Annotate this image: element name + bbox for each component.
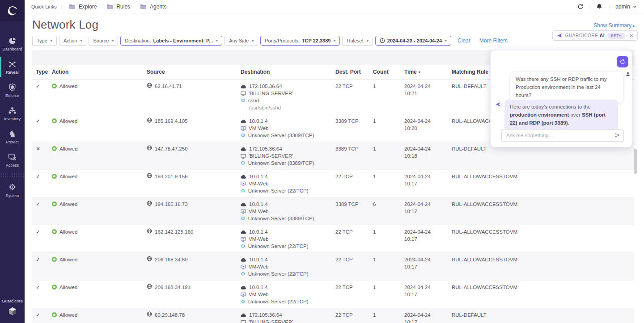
time-date: 2024-04-24 xyxy=(404,201,431,208)
filter-bar: Type▾Action▾Source▾Destination:Labels - … xyxy=(32,36,508,46)
destination-line: 10.0.1.4 xyxy=(241,284,268,291)
dest-port: 3389 TCP xyxy=(335,201,359,208)
more-filters-link[interactable]: More Filters xyxy=(479,38,508,44)
monitor-icon xyxy=(241,154,246,159)
destination-text: Unknown Server (22/TCP) xyxy=(248,187,309,194)
action-label: Allowed xyxy=(59,256,77,263)
cell-source: 162.142.125.160 xyxy=(143,228,237,250)
rule-name: RUL-ALLOWACCESSTOVM xyxy=(452,173,517,180)
filter-label: Type xyxy=(37,38,47,43)
vertical-scrollbar[interactable] xyxy=(634,149,637,174)
log-row[interactable]: ✓Allowed206.168.34.6910.0.1.4VM-Web⚙Unkn… xyxy=(32,253,634,281)
topbar-right: | | admin xyxy=(577,4,644,10)
user-menu[interactable]: admin xyxy=(615,4,637,10)
cell-matching-rule: RUL-ALLOWACCESSTOVM xyxy=(448,284,634,305)
cell-action: Allowed xyxy=(48,228,143,250)
destination-text: 10.0.1.4 xyxy=(249,201,268,208)
count: 1 xyxy=(373,284,376,291)
sidebar-item-access[interactable]: Access xyxy=(0,148,25,172)
cell-destination: 172.105.36.64'BILLING-SERVER'⚙sshd/usr/s… xyxy=(237,83,332,111)
column-header-type[interactable]: Type xyxy=(32,69,48,75)
log-row[interactable]: ✓Allowed194.165.16.7310.0.1.4VM-Web⚙Unkn… xyxy=(32,197,634,225)
column-header-destination[interactable]: Destination xyxy=(237,69,332,75)
filter-chip-ruleset[interactable]: Ruleset▾ xyxy=(342,36,373,46)
sidebar-item-inventory[interactable]: Inventory xyxy=(0,102,25,125)
cell-type: ✓ xyxy=(32,83,48,111)
cell-time: 2024-04-2410:17 xyxy=(401,201,448,222)
filter-chip-type[interactable]: Type▾ xyxy=(32,36,57,46)
show-summary-link[interactable]: Show Summary▸ xyxy=(593,22,635,29)
column-header-time[interactable]: Time▾ xyxy=(401,69,448,75)
count: 1 xyxy=(373,256,376,263)
send-icon[interactable] xyxy=(614,132,620,138)
divider: | xyxy=(608,4,610,9)
globe-icon xyxy=(147,311,152,317)
time-date: 2024-04-24 xyxy=(404,284,431,291)
sidebar-item-label: Protect xyxy=(6,140,19,144)
cell-time: 2024-04-2410:17 xyxy=(401,228,448,250)
vm-icon xyxy=(241,126,246,131)
guardicore-ai-header[interactable]: GUARDICORE AI BETA ✕ xyxy=(552,30,638,41)
chevron-down-icon: ▾ xyxy=(367,39,369,43)
sidebar-item-enforce[interactable]: Enforce xyxy=(0,79,25,102)
cell-dest-port: 22 TCP xyxy=(332,83,369,111)
sidebar-item-dashboard[interactable]: Dashboard xyxy=(0,32,25,55)
filter-chip-any-side[interactable]: Any Side▾ xyxy=(225,36,258,46)
restart-icon xyxy=(619,59,626,65)
destination-line: 'BILLING-SERVER' xyxy=(241,90,293,97)
column-header-source[interactable]: Source xyxy=(143,69,237,75)
filter-chip-source[interactable]: Source▾ xyxy=(89,36,118,46)
sidebar-item-label: System xyxy=(5,193,19,198)
nav-explore[interactable]: Explore xyxy=(69,4,97,10)
filter-chip-date-range[interactable]: 2024-04-23 - 2024-04-24▾ xyxy=(375,36,451,46)
destination-line: 10.0.1.4 xyxy=(241,117,268,125)
refresh-button[interactable] xyxy=(577,4,584,10)
column-header-dest-port[interactable]: Dest. Port xyxy=(332,69,369,75)
column-label: Count xyxy=(373,69,389,75)
check-icon: ✓ xyxy=(36,201,40,208)
close-icon[interactable]: ✕ xyxy=(630,33,633,38)
cell-destination: 10.0.1.4VM-Web⚙Unknown Server (3389/TCP) xyxy=(237,201,332,222)
restart-chat-button[interactable] xyxy=(617,56,628,67)
destination-line: 'BILLING-SERVER' xyxy=(241,152,293,159)
time-date: 2024-04-24 xyxy=(404,145,431,152)
ai-chat-input[interactable] xyxy=(501,129,624,142)
cell-time: 2024-04-2410:17 xyxy=(401,173,448,194)
destination-line: 172.105.36.64 xyxy=(241,311,282,319)
nav-rules[interactable]: Rules xyxy=(106,4,130,10)
sidebar-item-reveal[interactable]: Reveal xyxy=(0,55,25,79)
filter-chip-ports-protocols[interactable]: Ports/Protocols:TCP 22,3389▾ xyxy=(260,36,340,46)
cloud-icon xyxy=(241,313,246,317)
quick-links-menu[interactable]: Quick Links xyxy=(31,4,57,9)
filter-chip-action[interactable]: Action▾ xyxy=(59,36,87,46)
cell-dest-port: 3389 TCP xyxy=(332,145,369,167)
dest-port: 22 TCP xyxy=(335,256,353,263)
column-header-action[interactable]: Action xyxy=(48,69,143,75)
cloud-icon xyxy=(241,202,246,206)
filter-chip-destination[interactable]: Destination:Labels - Environment: P...▾ xyxy=(120,36,222,46)
destination-line: ⚙Unknown Server (22/TCP) xyxy=(241,187,309,194)
column-label: Type xyxy=(36,69,48,75)
log-row[interactable]: ✓Allowed193.201.9.15610.0.1.4VM-Web⚙Unkn… xyxy=(32,170,634,197)
nav-agents[interactable]: Agents xyxy=(140,4,166,10)
globe-icon xyxy=(147,256,152,261)
time-date: 2024-04-24 xyxy=(404,228,431,235)
log-row[interactable]: ✓Allowed60.29.148.78172.105.36.64'BILLIN… xyxy=(32,308,634,323)
cell-type: ✓ xyxy=(32,117,48,139)
notifications-button[interactable] xyxy=(596,4,602,10)
column-label: Time xyxy=(404,69,417,75)
log-row[interactable]: ✓Allowed206.168.34.19110.0.1.4VM-Web⚙Unk… xyxy=(32,281,634,308)
time-clock: 10:17 xyxy=(404,235,417,243)
chevron-down-icon: ▾ xyxy=(252,39,254,43)
akamai-logo[interactable] xyxy=(0,0,25,21)
clear-filters-link[interactable]: Clear xyxy=(458,38,470,44)
cell-time: 2024-04-2410:17 xyxy=(401,256,448,277)
sidebar-item-system[interactable]: ⚙System xyxy=(0,179,25,202)
vm-icon xyxy=(241,209,246,214)
cell-dest-port: 22 TCP xyxy=(332,284,369,305)
sidebar-item-protect[interactable]: ♞Protect xyxy=(0,125,25,148)
log-row[interactable]: ✓Allowed162.142.125.16010.0.1.4VM-Web⚙Un… xyxy=(32,225,634,253)
column-header-count[interactable]: Count xyxy=(369,69,401,75)
cell-time: 2024-04-2410:17 xyxy=(401,284,448,305)
cell-type: ✓ xyxy=(32,256,48,277)
